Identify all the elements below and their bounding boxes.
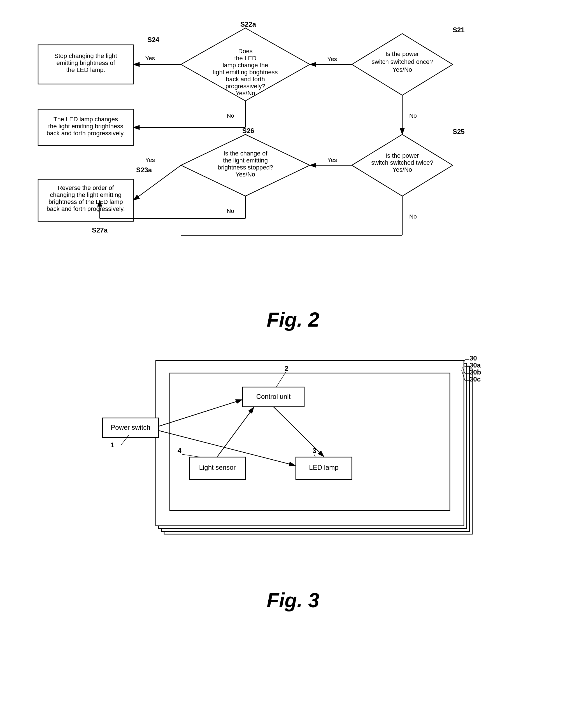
num30a-label: 30a [469, 361, 481, 369]
svg-text:Is the power: Is the power [385, 50, 419, 57]
svg-text:changing the light emitting: changing the light emitting [50, 191, 122, 198]
fig2-container: Is the power switch switched once? Yes/N… [22, 17, 564, 291]
num30b-label: 30b [469, 368, 481, 376]
svg-text:S23a: S23a [136, 166, 152, 174]
svg-text:switch switched twice?: switch switched twice? [371, 159, 433, 166]
svg-text:back and forth progressively.: back and forth progressively. [47, 130, 125, 137]
fig3-svg: Power switch Control unit LED lamp Light… [69, 354, 517, 555]
svg-rect-66 [170, 373, 450, 510]
svg-text:brightness stopped?: brightness stopped? [218, 164, 273, 171]
svg-text:Yes/No: Yes/No [392, 66, 412, 73]
fig3-container: Power switch Control unit LED lamp Light… [22, 354, 564, 583]
svg-text:the light emitting: the light emitting [223, 157, 268, 164]
svg-text:emitting brightness of: emitting brightness of [56, 59, 115, 67]
svg-text:back and forth progressively.: back and forth progressively. [47, 205, 125, 212]
num2-label: 2 [285, 365, 288, 372]
flowchart-svg: Is the power switch switched once? Yes/N… [27, 17, 559, 275]
svg-text:S26: S26 [242, 127, 254, 134]
svg-text:Yes: Yes [328, 56, 337, 62]
light-sensor-label: Light sensor [199, 464, 236, 471]
page: Is the power switch switched once? Yes/N… [0, 0, 586, 728]
num1-label: 1 [110, 441, 114, 449]
num4-label: 4 [178, 447, 181, 454]
svg-text:switch switched once?: switch switched once? [372, 58, 433, 65]
svg-text:the light emitting brightness: the light emitting brightness [48, 123, 123, 130]
svg-text:No: No [409, 112, 417, 119]
fig2-title: Fig. 2 [22, 308, 564, 331]
svg-text:S21: S21 [453, 26, 465, 34]
svg-text:No: No [409, 213, 417, 219]
svg-text:S27a: S27a [92, 226, 108, 234]
fig3-title: Fig. 3 [22, 589, 564, 612]
svg-text:Yes: Yes [328, 157, 337, 163]
svg-text:S24: S24 [147, 36, 159, 44]
svg-text:light emitting brightness: light emitting brightness [213, 69, 278, 76]
svg-text:Stop changing the light: Stop changing the light [54, 52, 117, 59]
led-lamp-label: LED lamp [309, 464, 338, 471]
svg-text:progressively?: progressively? [226, 83, 265, 89]
svg-text:brightness of the LED lamp: brightness of the LED lamp [48, 198, 123, 205]
svg-text:Yes: Yes [145, 55, 155, 61]
svg-text:Reverse the order of: Reverse the order of [58, 184, 114, 191]
svg-text:No: No [227, 208, 234, 214]
svg-text:back and forth: back and forth [226, 76, 265, 83]
svg-text:S22a: S22a [240, 21, 256, 28]
svg-text:the LED: the LED [234, 55, 257, 62]
svg-text:Is the power: Is the power [385, 152, 419, 159]
control-unit-label: Control unit [256, 393, 291, 400]
svg-text:Yes/No: Yes/No [235, 171, 255, 178]
svg-text:Yes/No: Yes/No [392, 166, 412, 173]
svg-text:Does: Does [238, 48, 252, 55]
svg-text:No: No [227, 112, 234, 119]
svg-text:the LED lamp.: the LED lamp. [66, 67, 105, 73]
num30-label: 30 [469, 354, 477, 362]
svg-text:lamp change the: lamp change the [223, 62, 269, 69]
num30c-label: 30c [469, 375, 481, 383]
svg-text:Is the change of: Is the change of [224, 150, 267, 157]
power-switch-label: Power switch [111, 423, 150, 431]
svg-text:The LED lamp changes: The LED lamp changes [53, 116, 118, 123]
num3-label: 3 [313, 447, 316, 454]
svg-text:Yes: Yes [145, 157, 155, 163]
svg-text:S25: S25 [453, 128, 465, 135]
svg-text:Yes/No: Yes/No [235, 89, 255, 97]
